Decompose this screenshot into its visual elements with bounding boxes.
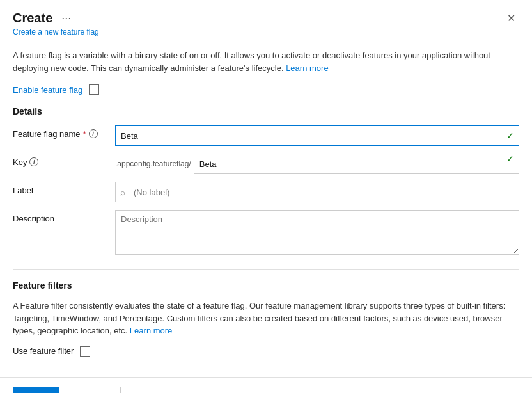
use-feature-filter-checkbox[interactable]	[80, 346, 90, 357]
label-field-label: Label	[13, 182, 115, 202]
filter-info-text: A Feature filter consistently evaluates …	[13, 300, 519, 337]
panel-header: Create ··· ✕ Create a new feature flag	[0, 0, 532, 39]
panel-subtitle[interactable]: Create a new feature flag	[13, 28, 519, 36]
key-input-wrapper: ✓	[194, 154, 519, 174]
key-input[interactable]	[194, 154, 519, 174]
info-learn-more-link[interactable]: Learn more	[286, 63, 328, 73]
details-form: Feature flag name * i ✓ Key i .appconfig…	[13, 125, 519, 257]
create-panel: Create ··· ✕ Create a new feature flag A…	[0, 0, 532, 393]
panel-title: Create	[13, 11, 52, 26]
details-section-title: Details	[13, 106, 519, 116]
key-prefix: .appconfig.featureflag/	[115, 159, 194, 168]
feature-flag-name-label: Feature flag name * i	[13, 125, 115, 146]
discard-button[interactable]: Discard	[66, 387, 121, 394]
feature-flag-name-field: ✓	[115, 125, 519, 146]
key-label: Key i	[13, 154, 115, 174]
feature-filters-section: Feature filters A Feature filter consist…	[13, 280, 519, 357]
feature-filters-title: Feature filters	[13, 280, 519, 291]
feature-flag-info: A feature flag is a variable with a bina…	[13, 49, 519, 74]
label-field: ⌕	[115, 182, 519, 202]
filter-learn-more-link[interactable]: Learn more	[130, 326, 172, 335]
key-info-icon[interactable]: i	[29, 157, 38, 166]
panel-ellipsis-button[interactable]: ···	[58, 10, 75, 26]
section-divider	[13, 269, 519, 270]
feature-flag-name-info-icon[interactable]: i	[89, 129, 98, 138]
enable-feature-flag-checkbox[interactable]	[89, 84, 99, 95]
close-button[interactable]: ✕	[503, 11, 519, 26]
required-indicator: *	[83, 129, 86, 139]
description-input[interactable]	[115, 210, 519, 255]
enable-feature-flag-label: Enable feature flag	[13, 85, 82, 95]
feature-flag-name-check-icon: ✓	[506, 131, 514, 141]
description-field	[115, 210, 519, 257]
key-check-icon: ✓	[506, 154, 514, 164]
description-label: Description	[13, 210, 115, 257]
feature-flag-name-input[interactable]	[115, 125, 519, 146]
panel-body: A feature flag is a variable with a bina…	[0, 39, 532, 377]
use-feature-filter-label: Use feature filter	[13, 346, 74, 356]
enable-feature-flag-row: Enable feature flag	[13, 84, 519, 95]
label-input[interactable]	[115, 182, 519, 202]
apply-button[interactable]: Apply	[13, 387, 59, 394]
search-icon: ⌕	[120, 188, 125, 197]
use-feature-filter-row: Use feature filter	[13, 346, 519, 357]
key-field: .appconfig.featureflag/ ✓	[115, 154, 519, 174]
footer: Apply Discard	[0, 378, 532, 394]
